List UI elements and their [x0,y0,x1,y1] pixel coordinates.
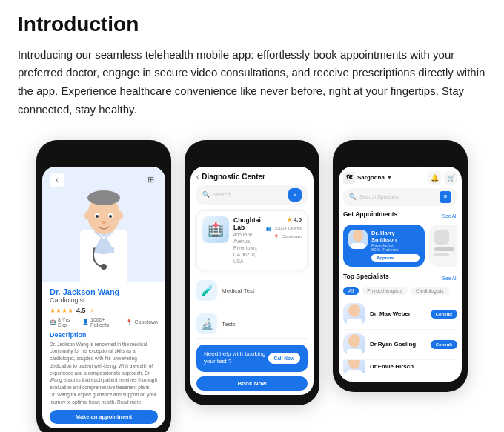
p2-lab-thumbnail: 🏥 [202,216,229,243]
p3-appt-card-partial [429,225,457,267]
p3-specialists-see-all[interactable]: See All [442,276,457,281]
p3-spec2-info: Dr.Ryan Gosling [370,341,426,348]
p3-card1-name: Dr. Harry Smithson [371,230,420,243]
grid-icon: ⊞ [143,173,158,187]
p2-filter-button[interactable]: ≡ [288,188,302,202]
svg-rect-19 [351,243,365,249]
svg-point-22 [348,334,360,348]
p1-appt-button[interactable]: Make an appointment [50,410,158,424]
p3-tab-cardio[interactable]: Cardiologists [411,287,449,295]
p3-location: 🗺 Sargodha ▼ [343,172,392,184]
p3-spec3-avatar [343,360,365,373]
svg-rect-21 [347,319,362,325]
svg-point-4 [87,190,120,205]
p3-spec1-name: Dr. Max Weber [370,310,426,317]
doctor-illustration [67,182,141,282]
phone-1-screen: ‹ ⊞ [42,167,165,429]
p3-bell-button[interactable]: 🔔 [428,171,441,185]
phone-1: ‹ ⊞ [36,140,171,432]
phones-row: ‹ ⊞ [18,140,486,432]
p1-rating: ★★★★ 4.5 ★ [50,307,158,314]
p3-doc-avatar-1 [348,230,368,249]
p2-lab-info: Chughtai Lab 455 Pine Avenue, River town… [233,216,262,265]
phone-notch-3 [378,150,422,161]
p3-spec2-name: Dr.Ryan Gosling [370,341,426,348]
p1-back-button[interactable]: ‹ [50,173,64,187]
p2-call-button[interactable]: Call Now [268,353,300,364]
p3-spec2-avatar [343,333,365,356]
p2-back-button[interactable]: ‹ [196,173,199,181]
p3-card1-approve-button[interactable]: Approve [371,254,420,262]
svg-point-24 [348,360,360,370]
p3-specialist-1[interactable]: Dr. Max Weber Consult [343,299,457,330]
p3-card1-info: Dr. Harry Smithson Radiologist 800+ Pati… [371,230,420,262]
p2-search-bar[interactable]: 🔍 Search ≡ [196,185,308,205]
p3-tab-all[interactable]: All [343,287,359,295]
p1-hero: ‹ ⊞ [42,167,165,282]
half-star-icon: ★ [89,307,95,314]
p1-desc-title: Description [50,331,158,339]
p3-search-icon: 🔍 [349,193,357,200]
svg-point-6 [117,211,123,220]
p2-lab-address: 455 Pine Avenue, River town, CA 90210, U… [233,231,262,265]
p3-cart-button[interactable]: 🛒 [444,171,457,185]
p2-search-input: Search [213,191,285,198]
p1-exp: 🏥 8 Yrs Exp [50,317,78,328]
p2-tests-icon: 🔬 [196,313,217,334]
p3-appt-card-1[interactable]: Dr. Harry Smithson Radiologist 800+ Pati… [343,225,425,267]
p2-section-tests[interactable]: 🔬 Tests [196,310,308,339]
p2-search-icon: 🔍 [202,191,210,198]
p3-spec2-consult-button[interactable]: Consult [431,340,457,349]
p3-spec1-consult-button[interactable]: Consult [431,310,457,319]
p2-section2-label: Tests [222,321,236,328]
p2-book-button[interactable]: Book Now [196,376,308,391]
svg-rect-16 [120,241,127,282]
p2-lab-right: ★ 4.5 👥 1000+ Clients 📍 Capetown [266,216,302,239]
p3-tab-physio[interactable]: Physiotherapists [362,287,408,295]
svg-point-9 [96,215,99,218]
p2-lab-location: 📍 Capetown [273,234,302,239]
p2-lab-name: Chughtai Lab [233,216,262,231]
p3-filter-button[interactable]: ≡ [440,191,451,203]
p3-spec1-avatar [343,303,365,325]
p2-medical-test-icon: 🧪 [196,280,217,301]
p3-search-bar[interactable]: 🔍 Search Specialist ≡ [343,188,457,206]
p2-section-medical-test[interactable]: 🧪 Medical Test [196,276,308,305]
p1-specialty: Cardiologist [50,296,158,304]
svg-rect-25 [347,370,362,373]
svg-point-20 [348,304,360,317]
p3-see-all-link[interactable]: See All [442,213,457,219]
intro-text: Introducing our seamless telehealth mobi… [18,46,486,119]
phone-notch-1 [82,150,126,161]
p2-filter-icon: ≡ [294,191,297,198]
p3-filter-icon: ≡ [444,193,448,200]
p3-spec3-name: Dr.Emile Hirsch [370,363,457,370]
p1-rating-value: 4.5 [76,307,86,314]
p2-sections: 🧪 Medical Test 🔬 Tests [196,276,308,339]
p1-patients: 👤 1000+ Patients [82,317,122,328]
p3-search-input: Search Specialist [359,194,437,199]
p2-lab-card[interactable]: 🏥 Chughtai Lab 455 Pine Avenue, River to… [196,210,308,270]
p3-specialists-title: Top Specialists [343,273,389,280]
page-title: Introduction [18,12,486,37]
p1-topbar: ‹ ⊞ [42,173,165,187]
p3-specialist-2[interactable]: Dr.Ryan Gosling Consult [343,330,457,360]
p3-card1-patients: 800+ Patients [371,247,420,252]
exp-icon: 🏥 [50,319,56,325]
location-icon: 📍 [126,319,133,325]
p2-loc-icon: 📍 [273,234,279,239]
p3-city: Sargodha [357,174,385,181]
phone-notch-2 [230,150,274,161]
svg-point-12 [101,264,107,270]
p3-specialist-3[interactable]: Dr.Emile Hirsch [343,360,457,373]
p3-map-icon: 🗺 [343,172,355,184]
patients-icon: 👤 [82,319,89,325]
p2-content: ‹ Diagnostic Center 🔍 Search ≡ 🏥 Chughta… [190,167,314,395]
p3-chevron-icon: ▼ [387,175,392,180]
p2-help-text: Need help with booking your test ? [204,350,268,366]
svg-rect-15 [80,241,87,282]
phone-2-screen: ‹ Diagnostic Center 🔍 Search ≡ 🏥 Chughta… [190,167,314,395]
p3-header: 🗺 Sargodha ▼ 🔔 🛒 [343,171,457,185]
p1-desc-text: Dr. Jackson Wang is renowned in the medi… [50,341,158,406]
star-icon: ★★★★ [50,307,73,314]
